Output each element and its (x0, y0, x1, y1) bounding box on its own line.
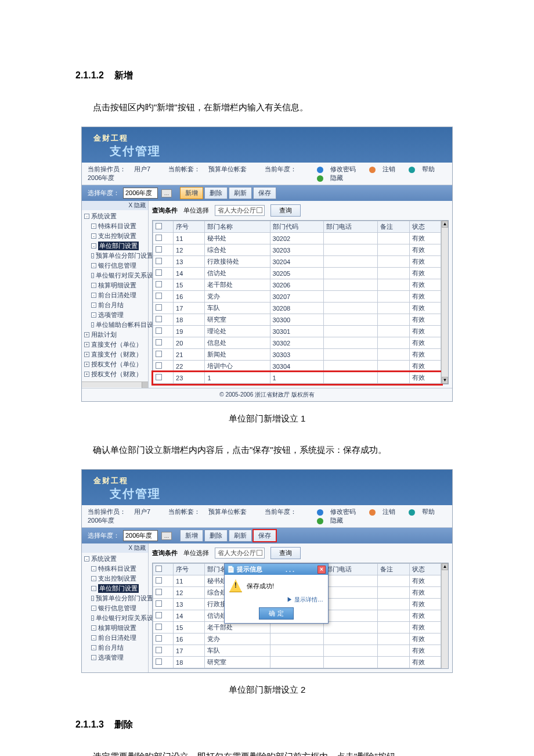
checkbox[interactable] (156, 600, 162, 607)
table-row[interactable]: 16党办30207有效 (153, 291, 441, 303)
link-hide[interactable]: 隐藏 (311, 174, 343, 181)
checkbox[interactable] (156, 647, 162, 653)
sidebar-group[interactable]: 直接支付（财政） (91, 350, 142, 359)
checkbox[interactable] (156, 269, 162, 276)
unit-select[interactable]: 省人大办公厅 (215, 205, 265, 216)
collapse-icon[interactable]: - (91, 293, 96, 298)
checkbox[interactable] (156, 351, 162, 357)
table-row[interactable]: 18研究室30300有效 (153, 314, 441, 326)
table-row[interactable]: 18研究室有效 (153, 657, 441, 668)
sidebar-item[interactable]: 预算单位分部门设置 (96, 594, 153, 603)
collapse-icon[interactable]: - (91, 606, 96, 611)
collapse-icon[interactable]: - (91, 253, 94, 258)
table-row[interactable]: 19理论处30301有效 (153, 326, 441, 337)
checkbox[interactable] (156, 362, 162, 369)
link-chpw[interactable]: 修改密码 (311, 508, 356, 515)
sidebar-item[interactable]: 预算单位分部门设置 (96, 251, 153, 260)
checkbox[interactable] (156, 327, 162, 334)
collapse-icon[interactable]: - (91, 635, 96, 640)
link-help[interactable]: 帮助 (403, 508, 435, 515)
expand-icon[interactable]: + (84, 372, 89, 377)
collapse-icon[interactable]: - (91, 625, 96, 631)
sidebar-item[interactable]: 特殊科目设置 (98, 222, 136, 231)
year-input[interactable]: 2006年度 (123, 188, 158, 199)
close-icon[interactable]: × (317, 566, 326, 574)
collapse-icon[interactable]: - (91, 645, 96, 650)
sidebar-item[interactable]: 选项管理 (98, 311, 124, 319)
checkbox[interactable] (156, 316, 162, 322)
checkbox[interactable] (156, 304, 162, 311)
collapse-icon[interactable]: - (91, 655, 96, 660)
collapse-icon[interactable]: - (84, 214, 89, 219)
sidebar-item[interactable]: 支出控制设置 (98, 232, 136, 240)
sidebar-item[interactable]: 银行信息管理 (98, 604, 136, 613)
table-row[interactable]: 14信访处30205有效 (153, 268, 441, 279)
table-row[interactable]: 17车队30208有效 (153, 303, 441, 314)
checkbox[interactable] (156, 235, 162, 241)
table-row[interactable]: 20信息处30302有效 (153, 337, 441, 349)
checkbox[interactable] (156, 374, 162, 380)
collapse-icon[interactable]: - (91, 263, 96, 268)
sidebar-item[interactable]: 前台日清处理 (98, 633, 136, 642)
checkbox[interactable] (156, 258, 162, 264)
collapse-icon[interactable]: - (91, 566, 96, 571)
link-chpw[interactable]: 修改密码 (311, 165, 356, 172)
unit-select[interactable]: 省人大办公厅 (215, 548, 265, 559)
tree-root[interactable]: 系统设置 (91, 555, 117, 563)
query-button[interactable]: 查询 (270, 204, 301, 217)
table-row[interactable]: 21新闻处30303有效 (153, 349, 441, 361)
collapse-icon[interactable]: - (91, 615, 94, 621)
table-row[interactable]: 13行政接待处30204有效 (153, 256, 441, 268)
scroll-up-icon[interactable]: ▲ (442, 563, 448, 570)
sidebar-item[interactable]: 特殊科目设置 (98, 564, 136, 573)
link-logout[interactable]: 注销 (363, 508, 395, 515)
save-button[interactable]: 保存 (253, 530, 276, 542)
collapse-icon[interactable]: - (91, 596, 94, 601)
expand-icon[interactable]: + (84, 342, 89, 347)
checkbox[interactable] (156, 223, 162, 229)
sidebar-group[interactable]: 授权支付（单位） (91, 360, 142, 369)
delete-button[interactable]: 删除 (204, 530, 228, 542)
sidebar-item[interactable]: 单位部门设置 (98, 242, 139, 250)
scrollbar-vertical[interactable]: ▲ ▼ (441, 221, 448, 384)
table-row[interactable]: 12综合处30203有效 (153, 244, 441, 256)
collapse-icon[interactable]: - (91, 312, 96, 318)
sidebar-group[interactable]: 直接支付（单位） (91, 340, 142, 349)
scroll-up-icon[interactable]: ▲ (442, 221, 448, 228)
delete-button[interactable]: 删除 (204, 187, 228, 199)
year-input[interactable]: 2006年度 (123, 530, 158, 541)
checkbox[interactable] (156, 624, 162, 630)
sidebar-item[interactable]: 核算明细设置 (98, 281, 136, 290)
expand-icon[interactable]: + (84, 352, 89, 357)
table-row[interactable]: 15老干部处30206有效 (153, 279, 441, 291)
collapse-icon[interactable]: - (91, 273, 94, 278)
add-button[interactable]: 新增 (180, 530, 203, 542)
collapse-icon[interactable]: - (91, 576, 96, 581)
table-row[interactable]: 17车队有效 (153, 645, 441, 657)
sidebar-item[interactable]: 前台日清处理 (98, 291, 136, 300)
checkbox[interactable] (156, 577, 162, 584)
refresh-button[interactable]: 刷新 (229, 187, 252, 199)
tree-root[interactable]: 系统设置 (91, 212, 117, 221)
query-button[interactable]: 查询 (270, 547, 301, 559)
expand-icon[interactable]: + (84, 332, 89, 337)
sidebar-item[interactable]: 前台月结 (98, 301, 124, 309)
link-logout[interactable]: 注销 (363, 165, 395, 172)
checkbox[interactable] (156, 635, 162, 642)
save-button[interactable]: 保存 (253, 187, 276, 199)
table-row[interactable]: 11秘书处30202有效 (153, 233, 441, 244)
collapse-icon[interactable]: - (91, 233, 96, 239)
sidebar-item[interactable]: 核算明细设置 (98, 624, 136, 632)
link-hide[interactable]: 隐藏 (311, 517, 343, 524)
checkbox[interactable] (156, 589, 162, 595)
collapse-icon[interactable]: - (91, 283, 96, 288)
checkbox[interactable] (156, 246, 162, 253)
checkbox[interactable] (156, 566, 162, 572)
year-picker-button[interactable]: … (161, 532, 172, 540)
sidebar-hide[interactable]: X 隐藏 (82, 201, 148, 210)
expand-icon[interactable]: + (84, 362, 89, 367)
table-row[interactable]: 2311有效 (153, 372, 441, 384)
checkbox[interactable] (156, 293, 162, 299)
sidebar-item[interactable]: 银行信息管理 (98, 261, 136, 270)
collapse-icon[interactable]: - (84, 556, 89, 561)
